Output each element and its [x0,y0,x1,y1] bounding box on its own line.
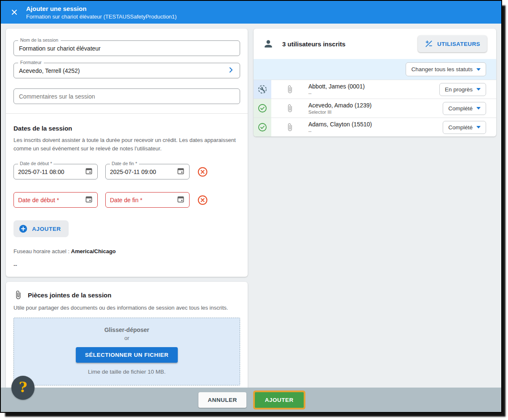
chevron-right-icon[interactable] [227,66,235,75]
paperclip-icon[interactable] [271,99,308,118]
paperclip-icon[interactable] [271,80,308,99]
calendar-icon[interactable] [176,167,185,177]
add-date-row-button[interactable]: AJOUTER [13,220,69,237]
status-cell [254,118,271,136]
bulk-status-row: Changer tous les statuts [254,59,496,80]
chevron-down-icon [476,126,481,128]
attachments-title: Pièces jointes de la session [28,292,111,299]
change-all-statuses-label: Changer tous les statuts [411,66,473,72]
start-date-field-error[interactable]: Date de début * [13,192,98,208]
cancel-button[interactable]: ANNULER [198,392,246,408]
plus-minus-icon [425,40,433,48]
user-name: Acevedo, Amado (1239) [308,102,443,109]
user-status-label: Complété [448,105,473,112]
dialog-body: Nom de la session Formateur Dates de la … [1,24,501,388]
person-icon [263,38,274,49]
date-row: Date de début * 2025-07-11 08:00 Date de… [13,164,240,179]
user-subtitle: -- [308,91,439,96]
file-size-note: Lime de taille de fichier 10 MB. [88,369,166,375]
submit-button[interactable]: AJOUTER [255,392,304,408]
close-icon[interactable] [8,6,20,18]
end-date-field-error[interactable]: Date de fin * [105,192,190,208]
calendar-icon[interactable] [85,195,93,205]
dropzone-line2: or [124,335,129,341]
dialog-header: Ajouter une session Formation sur chario… [1,1,501,24]
plus-circle-icon [19,224,28,233]
trainer-field[interactable]: Formateur [13,63,240,78]
paperclip-icon[interactable] [271,118,308,136]
trainer-input[interactable] [19,67,227,74]
calendar-icon[interactable] [85,167,93,177]
add-date-row-label: AJOUTER [32,226,61,232]
trainer-label: Formateur [18,60,44,65]
chevron-down-icon [476,68,481,71]
dates-section-description: Les inscrits doivent assister à toute la… [13,136,240,153]
attachments-card: Pièces jointes de la session Utile pour … [6,282,248,388]
session-name-label: Nom de la session [18,37,61,43]
user-name: Adams, Clayton (15510) [308,121,443,128]
section-divider [6,113,248,114]
session-form-card: Nom de la session Formateur Dates de la … [6,29,248,277]
status-cell [254,99,271,118]
dialog-subtitle: Formation sur chariot élévateur (TESTAUS… [26,13,176,20]
timezone-label: Fuseau horaire actuel : [13,248,70,254]
user-status-label: En progrès [445,86,473,93]
remove-date-row-icon[interactable] [197,195,208,206]
session-name-input[interactable] [19,45,235,52]
timezone-value: America/Chicago [71,248,116,254]
user-name: Abbott, James (0001) [308,83,439,90]
attachments-description: Utile pour partager des documents ou des… [13,305,240,311]
chevron-down-icon [476,88,481,91]
manage-users-label: UTILISATEURS [437,41,480,47]
chevron-down-icon [476,107,481,110]
question-mark-icon: ? [19,380,27,396]
user-row: Abbott, James (0001) -- En progrès [254,80,496,99]
completed-check-icon [257,122,267,132]
timezone-line: Fuseau horaire actuel : America/Chicago [13,248,240,254]
session-name-field[interactable]: Nom de la session [13,40,240,56]
user-status-dropdown[interactable]: Complété [443,121,486,134]
completed-check-icon [257,103,267,113]
in-progress-icon [257,84,267,94]
dropzone-line1: Glisser-déposer [104,326,150,333]
date-row-error: Date de début * Date de fin * [13,192,240,208]
add-session-dialog: Ajouter une session Formation sur chario… [0,0,502,413]
comments-input[interactable] [19,93,235,100]
user-status-dropdown[interactable]: En progrès [439,83,486,96]
user-subtitle: Selector III [308,110,443,115]
user-status-label: Complété [448,124,473,131]
start-date-placeholder: Date de début * [18,197,85,203]
remove-date-row-icon[interactable] [197,166,208,177]
enrolled-users-card: 3 utilisateurs inscrits UTILISATEURS Cha… [254,29,496,136]
timezone-note: -- [13,262,240,268]
comments-field[interactable] [13,88,240,104]
user-subtitle: -- [308,128,443,134]
user-row: Acevedo, Amado (1239) Selector III Compl… [254,99,496,118]
user-status-dropdown[interactable]: Complété [443,102,486,115]
file-dropzone[interactable]: Glisser-déposer or SÉLECTIONNER UN FICHI… [13,318,240,385]
manage-users-button[interactable]: UTILISATEURS [418,35,487,52]
change-all-statuses-dropdown[interactable]: Changer tous les statuts [406,62,486,76]
start-date-value: 2025-07-11 08:00 [18,169,85,175]
user-row: Adams, Clayton (15510) -- Complété [254,118,496,136]
end-date-value: 2025-07-11 09:00 [110,169,176,175]
dialog-title: Ajouter une session [26,5,176,12]
help-button[interactable]: ? [11,376,35,400]
calendar-icon[interactable] [176,195,185,205]
dates-section-title: Dates de la session [13,125,240,132]
end-date-label: Date de fin * [110,161,139,166]
end-date-placeholder: Date de fin * [110,197,176,203]
select-file-button[interactable]: SÉLECTIONNER UN FICHIER [76,347,178,363]
end-date-field[interactable]: Date de fin * 2025-07-11 09:00 [105,164,190,179]
status-cell [254,80,271,99]
start-date-label: Date de début * [18,161,53,166]
enrolled-count-title: 3 utilisateurs inscrits [282,40,345,48]
paperclip-icon [13,290,23,300]
dialog-footer: ? ANNULER AJOUTER [1,388,501,412]
start-date-field[interactable]: Date de début * 2025-07-11 08:00 [13,164,98,179]
